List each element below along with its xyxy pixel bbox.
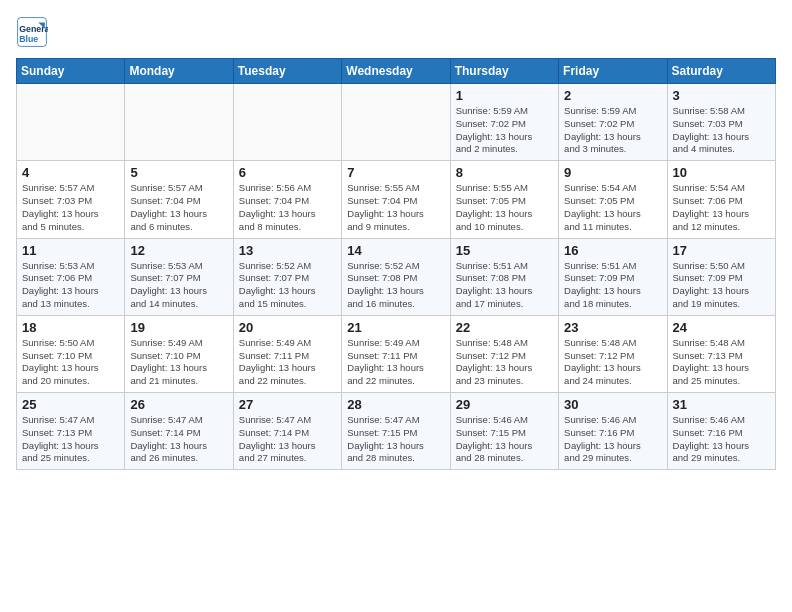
calendar-cell: 19Sunrise: 5:49 AM Sunset: 7:10 PM Dayli… <box>125 315 233 392</box>
day-header-wednesday: Wednesday <box>342 59 450 84</box>
calendar-cell: 29Sunrise: 5:46 AM Sunset: 7:15 PM Dayli… <box>450 393 558 470</box>
calendar-cell: 4Sunrise: 5:57 AM Sunset: 7:03 PM Daylig… <box>17 161 125 238</box>
calendar-cell: 15Sunrise: 5:51 AM Sunset: 7:08 PM Dayli… <box>450 238 558 315</box>
day-header-tuesday: Tuesday <box>233 59 341 84</box>
day-number: 20 <box>239 320 336 335</box>
day-info: Sunrise: 5:49 AM Sunset: 7:11 PM Dayligh… <box>239 337 336 388</box>
calendar-cell: 9Sunrise: 5:54 AM Sunset: 7:05 PM Daylig… <box>559 161 667 238</box>
calendar-cell: 5Sunrise: 5:57 AM Sunset: 7:04 PM Daylig… <box>125 161 233 238</box>
calendar-cell: 24Sunrise: 5:48 AM Sunset: 7:13 PM Dayli… <box>667 315 775 392</box>
calendar-cell: 28Sunrise: 5:47 AM Sunset: 7:15 PM Dayli… <box>342 393 450 470</box>
day-info: Sunrise: 5:46 AM Sunset: 7:16 PM Dayligh… <box>564 414 661 465</box>
calendar-week-row: 25Sunrise: 5:47 AM Sunset: 7:13 PM Dayli… <box>17 393 776 470</box>
day-info: Sunrise: 5:55 AM Sunset: 7:05 PM Dayligh… <box>456 182 553 233</box>
calendar-cell: 7Sunrise: 5:55 AM Sunset: 7:04 PM Daylig… <box>342 161 450 238</box>
day-info: Sunrise: 5:54 AM Sunset: 7:05 PM Dayligh… <box>564 182 661 233</box>
calendar-cell: 14Sunrise: 5:52 AM Sunset: 7:08 PM Dayli… <box>342 238 450 315</box>
day-info: Sunrise: 5:50 AM Sunset: 7:09 PM Dayligh… <box>673 260 770 311</box>
calendar-cell: 25Sunrise: 5:47 AM Sunset: 7:13 PM Dayli… <box>17 393 125 470</box>
day-info: Sunrise: 5:57 AM Sunset: 7:04 PM Dayligh… <box>130 182 227 233</box>
day-number: 23 <box>564 320 661 335</box>
page-header: General Blue <box>16 16 776 48</box>
day-info: Sunrise: 5:52 AM Sunset: 7:08 PM Dayligh… <box>347 260 444 311</box>
day-number: 22 <box>456 320 553 335</box>
svg-text:Blue: Blue <box>19 34 38 44</box>
calendar-cell: 17Sunrise: 5:50 AM Sunset: 7:09 PM Dayli… <box>667 238 775 315</box>
calendar-cell: 27Sunrise: 5:47 AM Sunset: 7:14 PM Dayli… <box>233 393 341 470</box>
day-info: Sunrise: 5:47 AM Sunset: 7:15 PM Dayligh… <box>347 414 444 465</box>
day-info: Sunrise: 5:55 AM Sunset: 7:04 PM Dayligh… <box>347 182 444 233</box>
calendar-cell <box>17 84 125 161</box>
calendar-cell <box>342 84 450 161</box>
day-number: 2 <box>564 88 661 103</box>
day-info: Sunrise: 5:59 AM Sunset: 7:02 PM Dayligh… <box>564 105 661 156</box>
calendar-cell: 10Sunrise: 5:54 AM Sunset: 7:06 PM Dayli… <box>667 161 775 238</box>
day-number: 25 <box>22 397 119 412</box>
day-number: 29 <box>456 397 553 412</box>
day-info: Sunrise: 5:51 AM Sunset: 7:08 PM Dayligh… <box>456 260 553 311</box>
day-number: 15 <box>456 243 553 258</box>
calendar-cell: 31Sunrise: 5:46 AM Sunset: 7:16 PM Dayli… <box>667 393 775 470</box>
day-info: Sunrise: 5:50 AM Sunset: 7:10 PM Dayligh… <box>22 337 119 388</box>
calendar-cell: 26Sunrise: 5:47 AM Sunset: 7:14 PM Dayli… <box>125 393 233 470</box>
day-number: 19 <box>130 320 227 335</box>
calendar-cell: 18Sunrise: 5:50 AM Sunset: 7:10 PM Dayli… <box>17 315 125 392</box>
calendar-cell: 30Sunrise: 5:46 AM Sunset: 7:16 PM Dayli… <box>559 393 667 470</box>
day-info: Sunrise: 5:58 AM Sunset: 7:03 PM Dayligh… <box>673 105 770 156</box>
day-number: 17 <box>673 243 770 258</box>
calendar-week-row: 4Sunrise: 5:57 AM Sunset: 7:03 PM Daylig… <box>17 161 776 238</box>
day-info: Sunrise: 5:47 AM Sunset: 7:14 PM Dayligh… <box>130 414 227 465</box>
day-info: Sunrise: 5:53 AM Sunset: 7:07 PM Dayligh… <box>130 260 227 311</box>
calendar-cell: 20Sunrise: 5:49 AM Sunset: 7:11 PM Dayli… <box>233 315 341 392</box>
calendar-cell: 3Sunrise: 5:58 AM Sunset: 7:03 PM Daylig… <box>667 84 775 161</box>
day-header-sunday: Sunday <box>17 59 125 84</box>
day-number: 28 <box>347 397 444 412</box>
day-number: 1 <box>456 88 553 103</box>
day-number: 5 <box>130 165 227 180</box>
day-number: 31 <box>673 397 770 412</box>
day-number: 8 <box>456 165 553 180</box>
calendar-week-row: 18Sunrise: 5:50 AM Sunset: 7:10 PM Dayli… <box>17 315 776 392</box>
day-number: 27 <box>239 397 336 412</box>
calendar-cell: 1Sunrise: 5:59 AM Sunset: 7:02 PM Daylig… <box>450 84 558 161</box>
day-info: Sunrise: 5:49 AM Sunset: 7:11 PM Dayligh… <box>347 337 444 388</box>
day-info: Sunrise: 5:49 AM Sunset: 7:10 PM Dayligh… <box>130 337 227 388</box>
day-number: 26 <box>130 397 227 412</box>
day-number: 11 <box>22 243 119 258</box>
calendar-week-row: 1Sunrise: 5:59 AM Sunset: 7:02 PM Daylig… <box>17 84 776 161</box>
calendar-cell: 23Sunrise: 5:48 AM Sunset: 7:12 PM Dayli… <box>559 315 667 392</box>
day-info: Sunrise: 5:48 AM Sunset: 7:12 PM Dayligh… <box>564 337 661 388</box>
day-info: Sunrise: 5:47 AM Sunset: 7:13 PM Dayligh… <box>22 414 119 465</box>
logo: General Blue <box>16 16 52 48</box>
day-info: Sunrise: 5:48 AM Sunset: 7:13 PM Dayligh… <box>673 337 770 388</box>
day-header-friday: Friday <box>559 59 667 84</box>
day-number: 9 <box>564 165 661 180</box>
calendar-cell: 16Sunrise: 5:51 AM Sunset: 7:09 PM Dayli… <box>559 238 667 315</box>
calendar-table: SundayMondayTuesdayWednesdayThursdayFrid… <box>16 58 776 470</box>
day-number: 4 <box>22 165 119 180</box>
day-number: 14 <box>347 243 444 258</box>
calendar-cell <box>125 84 233 161</box>
calendar-cell: 13Sunrise: 5:52 AM Sunset: 7:07 PM Dayli… <box>233 238 341 315</box>
day-number: 6 <box>239 165 336 180</box>
day-info: Sunrise: 5:46 AM Sunset: 7:15 PM Dayligh… <box>456 414 553 465</box>
calendar-cell: 6Sunrise: 5:56 AM Sunset: 7:04 PM Daylig… <box>233 161 341 238</box>
day-header-thursday: Thursday <box>450 59 558 84</box>
day-number: 12 <box>130 243 227 258</box>
day-number: 24 <box>673 320 770 335</box>
day-number: 30 <box>564 397 661 412</box>
day-info: Sunrise: 5:57 AM Sunset: 7:03 PM Dayligh… <box>22 182 119 233</box>
day-info: Sunrise: 5:56 AM Sunset: 7:04 PM Dayligh… <box>239 182 336 233</box>
day-number: 10 <box>673 165 770 180</box>
calendar-cell: 8Sunrise: 5:55 AM Sunset: 7:05 PM Daylig… <box>450 161 558 238</box>
day-info: Sunrise: 5:47 AM Sunset: 7:14 PM Dayligh… <box>239 414 336 465</box>
day-number: 16 <box>564 243 661 258</box>
day-info: Sunrise: 5:52 AM Sunset: 7:07 PM Dayligh… <box>239 260 336 311</box>
day-info: Sunrise: 5:48 AM Sunset: 7:12 PM Dayligh… <box>456 337 553 388</box>
day-number: 7 <box>347 165 444 180</box>
calendar-header-row: SundayMondayTuesdayWednesdayThursdayFrid… <box>17 59 776 84</box>
logo-icon: General Blue <box>16 16 48 48</box>
calendar-cell: 21Sunrise: 5:49 AM Sunset: 7:11 PM Dayli… <box>342 315 450 392</box>
calendar-cell: 11Sunrise: 5:53 AM Sunset: 7:06 PM Dayli… <box>17 238 125 315</box>
day-info: Sunrise: 5:59 AM Sunset: 7:02 PM Dayligh… <box>456 105 553 156</box>
